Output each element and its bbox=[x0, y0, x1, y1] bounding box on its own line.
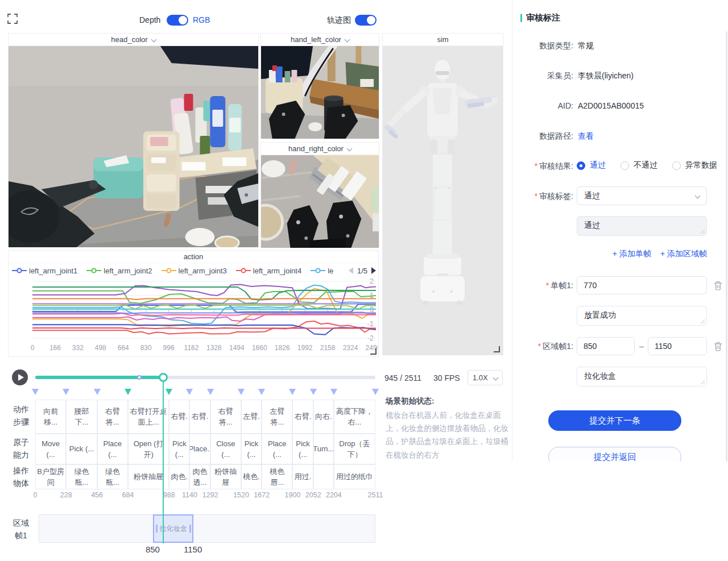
ability-cell[interactable]: Pick (... bbox=[66, 434, 97, 464]
chart-x-tick: 2324 bbox=[343, 344, 358, 352]
ability-cell[interactable]: Place (... bbox=[262, 434, 292, 464]
timeline-marker[interactable] bbox=[32, 389, 39, 395]
region-frame-track[interactable]: 拉化妆盒 bbox=[39, 514, 375, 543]
object-cell[interactable]: 肉色. bbox=[169, 464, 189, 489]
slider-handle[interactable] bbox=[159, 373, 168, 382]
ability-cell[interactable]: Pick (... bbox=[241, 434, 262, 464]
step-cell[interactable]: 右臂. bbox=[169, 400, 189, 434]
object-cell[interactable]: 用过的纸巾 bbox=[334, 464, 375, 489]
legend-item[interactable]: left_arm_joint3 bbox=[162, 267, 227, 275]
legend-item[interactable]: left_arm_joint1 bbox=[12, 267, 77, 275]
resize-handle-icon[interactable] bbox=[494, 346, 500, 352]
trajectory-toggle[interactable] bbox=[355, 15, 377, 26]
ability-cell[interactable]: Close (... bbox=[210, 434, 241, 464]
chart-plot-area[interactable] bbox=[32, 278, 376, 342]
object-cell[interactable]: B户型房间 bbox=[35, 464, 66, 489]
timeline-marker[interactable] bbox=[63, 389, 69, 395]
timeline-marker[interactable] bbox=[186, 389, 193, 395]
object-cell[interactable] bbox=[313, 464, 334, 489]
depth-rgb-toggle[interactable] bbox=[167, 15, 188, 26]
delete-region-frame-icon[interactable] bbox=[714, 342, 722, 351]
step-cell[interactable]: 左臂. bbox=[241, 400, 262, 434]
legend-item[interactable]: le bbox=[311, 267, 333, 275]
step-cell[interactable]: 右臂将... bbox=[97, 400, 128, 434]
data-path-link[interactable]: 查看 bbox=[578, 131, 594, 142]
resize-handle-icon[interactable] bbox=[370, 348, 377, 355]
step-cell[interactable]: 右臂. bbox=[292, 400, 313, 434]
step-cell[interactable]: 高度下降，右... bbox=[334, 400, 375, 434]
legend-next-icon[interactable] bbox=[371, 267, 376, 274]
region-end-input[interactable] bbox=[648, 337, 707, 355]
sim-view[interactable] bbox=[383, 46, 503, 355]
region-start-input[interactable] bbox=[577, 337, 635, 355]
region-right-handle[interactable] bbox=[189, 525, 191, 533]
sim-header[interactable]: sim bbox=[383, 34, 503, 46]
hand-right-camera-video[interactable] bbox=[261, 155, 379, 248]
timeline-marker[interactable] bbox=[166, 389, 172, 395]
ability-cell[interactable]: Turn... bbox=[313, 434, 334, 464]
radio-abnormal-label[interactable]: 异常数据 bbox=[685, 160, 717, 171]
ability-cell[interactable]: Place (... bbox=[97, 434, 128, 464]
step-cell[interactable]: 腰部下... bbox=[66, 400, 97, 434]
add-single-frame-link[interactable]: + 添加单帧 bbox=[613, 249, 651, 259]
object-cell[interactable]: 肉色透... bbox=[189, 464, 210, 489]
radio-pass-label[interactable]: 通过 bbox=[590, 160, 606, 171]
object-cell[interactable]: 桃色. bbox=[241, 464, 262, 489]
step-cell[interactable]: 向前移... bbox=[35, 400, 66, 434]
radio-fail[interactable] bbox=[621, 161, 629, 170]
radio-abnormal[interactable] bbox=[672, 161, 681, 170]
single-frame-input[interactable] bbox=[577, 276, 707, 294]
toggle-knob bbox=[367, 16, 375, 24]
step-cell[interactable]: 左臂将... bbox=[262, 400, 292, 434]
step-cell[interactable]: 右臂将... bbox=[210, 400, 241, 434]
hand-left-camera-video[interactable] bbox=[261, 46, 379, 139]
add-region-frame-link[interactable]: + 添加区域帧 bbox=[660, 249, 707, 259]
object-cell[interactable]: 绿色瓶... bbox=[97, 464, 128, 489]
region-frame-box[interactable]: 拉化妆盒 bbox=[153, 514, 193, 543]
timeline-marker[interactable] bbox=[310, 389, 317, 395]
timeline-slider[interactable] bbox=[35, 376, 375, 379]
object-cell[interactable]: 绿色瓶... bbox=[66, 464, 97, 489]
hand-left-camera-header[interactable]: hand_left_color bbox=[261, 34, 379, 46]
scrollbar[interactable] bbox=[726, 31, 727, 462]
fullscreen-icon[interactable] bbox=[7, 14, 18, 24]
object-cell[interactable]: 粉饼抽屉 bbox=[210, 464, 241, 489]
head-camera-header[interactable]: head_color bbox=[9, 34, 258, 46]
region-left-handle[interactable] bbox=[156, 525, 158, 533]
region-frame-comment[interactable]: 拉化妆盒 bbox=[577, 367, 707, 387]
timeline-marker[interactable] bbox=[258, 389, 265, 395]
ability-cell[interactable]: Drop（丢下） bbox=[334, 434, 375, 464]
ability-cell[interactable]: Pick (... bbox=[292, 434, 313, 464]
ability-cell[interactable]: Pick (... bbox=[169, 434, 189, 464]
timeline-marker[interactable] bbox=[207, 389, 214, 395]
ability-cell[interactable]: Place.. bbox=[189, 434, 210, 464]
hand-right-camera-header[interactable]: hand_right_color bbox=[261, 143, 379, 155]
speed-select[interactable]: 1.0X bbox=[468, 370, 503, 385]
review-tag-comment[interactable]: 通过 bbox=[577, 216, 707, 236]
timeline-marker[interactable] bbox=[238, 389, 245, 395]
step-cell[interactable]: 向右. bbox=[313, 400, 334, 434]
timeline-marker[interactable] bbox=[372, 389, 379, 395]
play-button[interactable] bbox=[12, 369, 28, 385]
submit-next-button[interactable]: 提交并下一条 bbox=[548, 410, 681, 431]
timeline-marker[interactable] bbox=[330, 389, 337, 395]
legend-prev-icon[interactable] bbox=[349, 267, 353, 274]
single-frame-comment[interactable]: 放置成功 bbox=[577, 306, 707, 326]
head-camera-title: head_color bbox=[111, 35, 147, 44]
timeline-marker[interactable] bbox=[94, 389, 101, 395]
legend-item[interactable]: left_arm_joint4 bbox=[236, 267, 301, 275]
delete-single-frame-icon[interactable] bbox=[714, 281, 722, 290]
timeline-marker[interactable] bbox=[289, 389, 296, 395]
radio-fail-label[interactable]: 不通过 bbox=[634, 160, 657, 171]
review-tag-select[interactable]: 通过 bbox=[577, 186, 707, 205]
head-camera-video[interactable] bbox=[9, 46, 258, 247]
legend-item[interactable]: left_arm_joint2 bbox=[86, 267, 152, 275]
step-cell[interactable]: 右臂. bbox=[189, 400, 210, 434]
timeline-marker[interactable] bbox=[125, 389, 131, 395]
submit-back-button[interactable]: 提交并返回 bbox=[548, 447, 681, 462]
object-cell[interactable]: 用过. bbox=[292, 464, 313, 489]
object-cell[interactable]: 桃色唇... bbox=[262, 464, 292, 489]
hand-left-camera-title: hand_left_color bbox=[291, 35, 341, 44]
radio-pass[interactable] bbox=[577, 161, 585, 170]
ability-cell[interactable]: Move (... bbox=[35, 434, 66, 464]
